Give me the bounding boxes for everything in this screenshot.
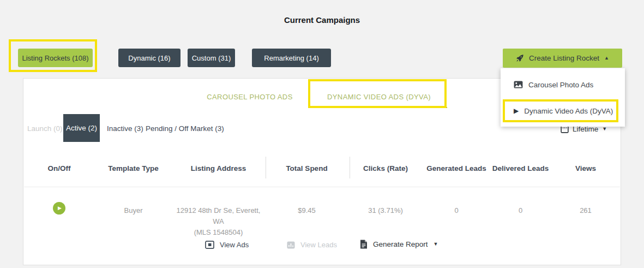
view-leads-button: View Leads	[287, 241, 337, 249]
cell-template-type: Buyer	[95, 192, 172, 216]
tab-dynamic-video-ads[interactable]: DYNAMIC VIDEO ADS (DYVA)	[311, 88, 447, 108]
page-title: Current Campaigns	[0, 15, 644, 25]
column-header-total-spend: Total Spend	[265, 164, 348, 174]
footer-divider	[266, 157, 266, 178]
menu-item-carousel-photo-ads[interactable]: Carousel Photo Ads	[501, 72, 625, 98]
filter-pending-off-market[interactable]: Pending / Off Market (3)	[146, 124, 224, 133]
play-icon: ▶	[58, 205, 62, 212]
view-ads-button[interactable]: View Ads	[205, 241, 249, 249]
column-header-template-type: Template Type	[95, 164, 172, 174]
campaign-tab-dynamic[interactable]: Dynamic (16)	[118, 49, 180, 67]
header-divider	[24, 187, 620, 187]
caret-down-icon: ▼	[434, 242, 438, 247]
footer-divider	[350, 157, 350, 178]
campaign-tab-custom[interactable]: Custom (31)	[188, 49, 235, 67]
menu-item-label: Dynamic Video Ads (DyVA)	[524, 107, 613, 115]
cell-clicks-rate: 31 (3.71%)	[348, 192, 423, 216]
create-listing-rocket-label: Create Listing Rocket	[529, 54, 599, 62]
column-header-listing-address: Listing Address	[172, 164, 265, 174]
cell-total-spend: $9.45	[265, 192, 348, 216]
caret-up-icon: ▲	[604, 56, 609, 61]
image-icon	[514, 81, 523, 88]
listing-address-line2: (MLS 1548504)	[172, 227, 265, 238]
cell-delivered-leads: 0	[490, 192, 551, 216]
cell-views: 261	[551, 192, 621, 216]
view-leads-label: View Leads	[300, 241, 337, 249]
column-header-delivered-leads: Delivered Leads	[490, 164, 551, 174]
table-header-row: On/Off Template Type Listing Address Tot…	[23, 155, 621, 182]
current-campaigns-page: Current Campaigns Listing Rockets (108) …	[0, 0, 644, 268]
column-header-views: Views	[551, 164, 621, 174]
column-header-clicks-rate: Clicks (Rate)	[348, 164, 423, 174]
view-ads-icon	[205, 241, 214, 249]
cell-generated-leads: 0	[423, 192, 490, 216]
listing-address-line1: 12912 48th Dr Se, Everett, WA	[172, 205, 265, 227]
view-ads-label: View Ads	[220, 241, 249, 249]
campaign-tab-remarketing[interactable]: Remarketing (14)	[252, 49, 331, 67]
create-listing-rocket-button[interactable]: Create Listing Rocket ▲	[503, 49, 622, 68]
cell-listing-address: 12912 48th Dr Se, Everett, WA (MLS 15485…	[172, 192, 265, 238]
generate-report-button[interactable]: Generate Report ▼	[360, 240, 438, 249]
tab-carousel-photo-ads[interactable]: CAROUSEL PHOTO ADS	[187, 88, 312, 108]
menu-item-label: Carousel Photo Ads	[528, 81, 593, 89]
column-header-generated-leads: Generated Leads	[423, 164, 490, 174]
campaign-play-toggle[interactable]: ▶	[53, 202, 65, 215]
filter-active[interactable]: Active (2)	[63, 114, 100, 142]
create-rocket-dropdown-menu: Carousel Photo Ads ▶ Dynamic Video Ads (…	[501, 68, 625, 127]
rocket-icon	[516, 54, 524, 62]
document-icon	[360, 240, 368, 249]
menu-item-dynamic-video-ads[interactable]: ▶ Dynamic Video Ads (DyVA)	[501, 98, 625, 124]
caret-down-icon: ▼	[602, 127, 607, 132]
filter-launch[interactable]: Launch (0)	[27, 124, 63, 133]
generate-report-label: Generate Report	[373, 240, 428, 248]
campaign-tab-listing-rockets[interactable]: Listing Rockets (108)	[18, 49, 93, 67]
column-header-on-off: On/Off	[23, 164, 95, 174]
play-icon: ▶	[514, 107, 519, 115]
view-leads-icon	[287, 241, 295, 249]
table-row: ▶ Buyer 12912 48th Dr Se, Everett, WA (M…	[23, 192, 621, 230]
filter-inactive[interactable]: Inactive (3)	[107, 124, 143, 133]
